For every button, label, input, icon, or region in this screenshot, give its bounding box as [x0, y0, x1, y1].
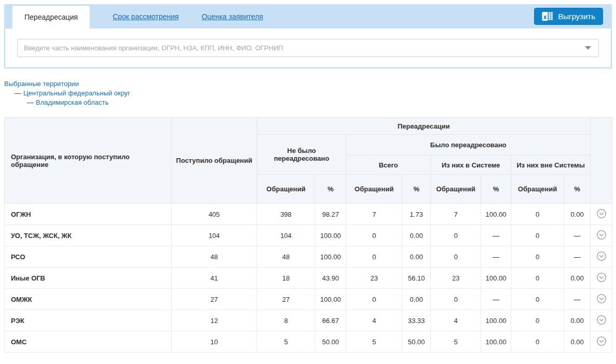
value-cell: 0.00 — [402, 225, 431, 246]
table-row: Иные ОГВ411843.902356.1023100.0000.00 — [5, 268, 612, 289]
value-cell: 27 — [257, 289, 315, 310]
value-cell: 0 — [431, 225, 481, 246]
chevron-down-icon — [596, 208, 607, 220]
value-cell: 18 — [257, 268, 315, 289]
value-cell: 0 — [511, 246, 564, 268]
col-header-appeals: Обращений — [257, 175, 315, 204]
expand-row-button[interactable] — [596, 293, 607, 305]
value-cell: 10 — [172, 331, 257, 353]
territory-link[interactable]: Центральный федеральный округ — [23, 89, 130, 97]
expand-row-button[interactable] — [596, 230, 607, 242]
expand-row-button[interactable] — [596, 208, 607, 220]
row-actions-cell — [591, 204, 612, 225]
col-header-total: Всего — [346, 156, 431, 175]
value-cell: 0 — [511, 225, 564, 246]
value-cell: 23 — [346, 268, 402, 289]
organization-name-cell: РСО — [5, 246, 172, 268]
row-actions-cell — [591, 268, 612, 289]
col-header-redirections-group: Переадресации — [257, 118, 591, 135]
col-header-appeals: Обращений — [511, 175, 564, 204]
col-header-percent: % — [481, 175, 511, 204]
value-cell: 405 — [172, 204, 257, 225]
value-cell: 43.90 — [315, 268, 346, 289]
value-cell: 56.10 — [402, 268, 431, 289]
tab-bar: Переадресация Срок рассмотрения Оценка з… — [4, 4, 612, 29]
organization-name-cell: ОМС — [5, 331, 172, 353]
value-cell: 41 — [172, 268, 257, 289]
value-cell: 98.27 — [315, 204, 346, 225]
organization-name-cell: РЭК — [5, 310, 172, 331]
selected-territories: Выбранные территории —Центральный федера… — [4, 79, 612, 107]
organization-name-cell: УО, ТСЖ, ЖСК, ЖК — [5, 225, 172, 246]
organization-search-input[interactable] — [17, 39, 599, 57]
value-cell: 66.67 — [315, 310, 346, 331]
expand-row-button[interactable] — [596, 336, 607, 348]
value-cell: 100.00 — [481, 204, 511, 225]
export-button[interactable]: x Выгрузить — [534, 8, 603, 25]
chevron-down-icon — [596, 336, 607, 348]
value-cell: 33.33 — [402, 310, 431, 331]
dropdown-caret-icon[interactable] — [585, 46, 591, 50]
value-cell: 0 — [511, 204, 564, 225]
value-cell: 100.00 — [481, 268, 511, 289]
value-cell: 100.00 — [481, 331, 511, 353]
col-header-percent: % — [402, 175, 431, 204]
tab-ocenka-zayavitelya[interactable]: Оценка заявителя — [202, 4, 263, 29]
value-cell: 0.00 — [402, 289, 431, 310]
excel-icon: x — [542, 11, 553, 21]
value-cell: — — [564, 289, 591, 310]
expand-row-button[interactable] — [596, 272, 607, 284]
territory-link[interactable]: Владимирская область — [36, 99, 108, 106]
value-cell: 23 — [431, 268, 481, 289]
value-cell: 1.73 — [402, 204, 431, 225]
organization-search — [17, 39, 599, 57]
expand-row-button[interactable] — [596, 315, 607, 327]
organization-name-cell: Иные ОГВ — [5, 268, 172, 289]
value-cell: 398 — [257, 204, 315, 225]
organization-name-cell: ОМЖК — [5, 289, 172, 310]
value-cell: 5 — [257, 331, 315, 353]
value-cell: 0.00 — [564, 331, 591, 353]
row-actions-cell — [591, 225, 612, 246]
value-cell: 0.00 — [564, 268, 591, 289]
value-cell: 4 — [431, 310, 481, 331]
chevron-down-icon — [596, 251, 607, 263]
value-cell: 100.00 — [481, 310, 511, 331]
value-cell: 50.00 — [315, 331, 346, 353]
tree-dash: — — [27, 99, 34, 106]
value-cell: 0.00 — [402, 246, 431, 268]
col-header-percent: % — [315, 175, 346, 204]
svg-text:x: x — [543, 13, 547, 21]
tab-srok-rassmotreniya[interactable]: Срок рассмотрения — [113, 4, 179, 29]
table-row: ОМЖК2727100.0000.000—0— — [5, 289, 612, 310]
table-row: ОМС10550.00550.005100.0000.00 — [5, 331, 612, 353]
value-cell: 104 — [257, 225, 315, 246]
chevron-down-icon — [596, 272, 607, 284]
value-cell: 0 — [346, 289, 402, 310]
filter-panel — [4, 29, 612, 68]
value-cell: 0 — [346, 225, 402, 246]
col-header-percent: % — [564, 175, 591, 204]
value-cell: 50.00 — [402, 331, 431, 353]
value-cell: 5 — [431, 331, 481, 353]
value-cell: 0 — [431, 289, 481, 310]
tab-label: Переадресация — [24, 13, 78, 21]
col-header-received: Поступило обращений — [172, 118, 257, 204]
redirections-table: Организация, в которую поступило обращен… — [4, 117, 612, 353]
value-cell: 0 — [511, 310, 564, 331]
export-button-label: Выгрузить — [558, 12, 595, 21]
col-header-not-forwarded: Не было переадресовано — [257, 135, 346, 175]
row-actions-cell — [591, 246, 612, 268]
value-cell: 8 — [257, 310, 315, 331]
tab-pereadresaciya[interactable]: Переадресация — [12, 6, 90, 29]
table-header: Организация, в которую поступило обращен… — [5, 118, 612, 204]
value-cell: 0 — [511, 289, 564, 310]
value-cell: — — [564, 246, 591, 268]
value-cell: 0 — [511, 268, 564, 289]
organization-name-cell: ОГЖН — [5, 204, 172, 225]
expand-row-button[interactable] — [596, 251, 607, 263]
table-row: РЭК12866.67433.334100.0000.00 — [5, 310, 612, 331]
value-cell: — — [481, 289, 511, 310]
col-header-in-system: Из них в Системе — [431, 156, 511, 175]
value-cell: — — [564, 225, 591, 246]
